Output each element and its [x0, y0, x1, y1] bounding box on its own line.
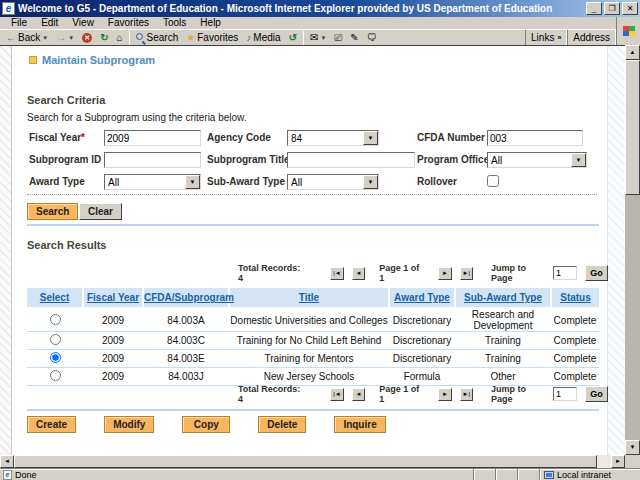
menu-tools[interactable]: Tools: [156, 17, 193, 28]
program-office-dropdown[interactable]: All▼: [487, 152, 587, 168]
scroll-left-icon[interactable]: ◄: [0, 455, 14, 468]
jump-to-page-label: Jump to Page: [491, 384, 547, 404]
row-select-radio[interactable]: [50, 314, 61, 325]
address-bar-collapsed[interactable]: Address: [567, 30, 616, 45]
vertical-scroll-track[interactable]: [625, 195, 640, 440]
delete-button[interactable]: Delete: [258, 416, 306, 433]
mail-dropdown-icon[interactable]: ▼: [320, 35, 326, 41]
ie-logo-icon: e: [2, 2, 15, 15]
menu-file[interactable]: File: [4, 17, 34, 28]
col-title[interactable]: Title: [229, 288, 389, 308]
col-fiscal-year[interactable]: Fiscal Year: [83, 288, 143, 308]
jump-to-page-label: Jump to Page: [491, 263, 547, 283]
search-button[interactable]: Search: [27, 203, 78, 220]
copy-button[interactable]: Copy: [182, 416, 230, 433]
scroll-right-icon[interactable]: ►: [611, 455, 625, 468]
chevron-down-icon[interactable]: ▼: [571, 153, 586, 167]
restore-button[interactable]: ❐: [604, 2, 620, 15]
first-page-button[interactable]: |◄: [330, 388, 343, 401]
last-page-button[interactable]: ►|: [460, 388, 473, 401]
last-page-button[interactable]: ►|: [460, 267, 473, 280]
mail-button[interactable]: ✉▼: [306, 30, 330, 45]
col-select[interactable]: Select: [27, 288, 83, 308]
history-icon: ↺: [289, 32, 297, 43]
back-button[interactable]: ←Back▼: [2, 30, 52, 45]
clear-button[interactable]: Clear: [79, 203, 122, 220]
menu-favorites[interactable]: Favorites: [101, 17, 156, 28]
close-button[interactable]: ✕: [622, 2, 638, 15]
media-icon: ♪: [246, 32, 251, 43]
award-type-dropdown[interactable]: All▼: [104, 174, 201, 190]
subprogram-title-input[interactable]: [287, 152, 415, 168]
subprogram-title-label: Subprogram Title: [207, 154, 290, 165]
modify-button[interactable]: Modify: [104, 416, 154, 433]
refresh-button[interactable]: ↻: [96, 30, 112, 45]
menu-edit[interactable]: Edit: [34, 17, 65, 28]
chevron-down-icon[interactable]: ▼: [363, 131, 378, 145]
jump-to-page-input[interactable]: [553, 266, 577, 280]
sub-award-type-dropdown[interactable]: All▼: [287, 174, 379, 190]
links-bar[interactable]: Links»: [525, 30, 567, 45]
menu-view[interactable]: View: [65, 17, 101, 28]
prev-page-button[interactable]: ◄: [352, 388, 365, 401]
rollover-checkbox[interactable]: [487, 175, 499, 187]
col-award-type[interactable]: Award Type: [389, 288, 455, 308]
forward-dropdown-icon[interactable]: ▼: [68, 35, 74, 41]
go-button[interactable]: Go: [585, 386, 608, 402]
col-sub-award-type[interactable]: Sub-Award Type: [455, 288, 551, 308]
discuss-button[interactable]: 🗨: [363, 30, 381, 45]
favorites-icon: ★: [186, 32, 195, 43]
status-pane: [474, 469, 496, 480]
next-page-button[interactable]: ►: [438, 388, 451, 401]
prev-page-button[interactable]: ◄: [352, 267, 365, 280]
menu-help[interactable]: Help: [193, 17, 228, 28]
agency-code-dropdown[interactable]: 84▼: [287, 130, 379, 146]
vertical-scroll-thumb[interactable]: [625, 60, 640, 195]
minimize-button[interactable]: _: [586, 2, 602, 15]
scroll-up-icon[interactable]: ▲: [625, 45, 640, 60]
history-button[interactable]: ↺: [285, 30, 301, 45]
cell-cfda: 84.003A: [143, 308, 229, 332]
first-page-button[interactable]: |◄: [330, 267, 343, 280]
row-select-radio[interactable]: [50, 370, 61, 381]
scroll-down-icon[interactable]: ▼: [625, 440, 640, 455]
inquire-button[interactable]: Inquire: [334, 416, 385, 433]
jump-to-page-input[interactable]: [553, 387, 577, 401]
browser-window: e Welcome to G5 - Department of Educatio…: [0, 0, 640, 480]
cfda-number-input[interactable]: [487, 130, 583, 146]
favorites-button[interactable]: ★Favorites: [182, 30, 242, 45]
horizontal-scroll-thumb[interactable]: [14, 455, 597, 468]
chevron-down-icon[interactable]: ▼: [185, 175, 200, 189]
chevron-right-icon: »: [557, 34, 561, 41]
create-button[interactable]: Create: [27, 416, 76, 433]
mail-icon: ✉: [310, 32, 318, 43]
next-page-button[interactable]: ►: [438, 267, 451, 280]
back-dropdown-icon[interactable]: ▼: [42, 35, 48, 41]
home-icon: ⌂: [117, 32, 123, 43]
row-select-radio[interactable]: [50, 352, 61, 363]
horizontal-scrollbar[interactable]: ◄ ►: [0, 455, 625, 468]
edit-button[interactable]: ✎: [346, 30, 362, 45]
print-button[interactable]: ⎚: [330, 30, 346, 45]
chevron-down-icon[interactable]: ▼: [363, 175, 378, 189]
go-button[interactable]: Go: [585, 265, 608, 281]
forward-icon: →: [56, 32, 66, 43]
maintain-subprogram-page: Maintain Subprogram Search Criteria Sear…: [13, 46, 607, 455]
print-icon: ⎚: [334, 32, 342, 44]
search-icon: [136, 33, 145, 42]
forward-button[interactable]: →▼: [52, 30, 78, 45]
total-records: Total Records: 4: [238, 384, 304, 404]
search-button-toolbar[interactable]: Search: [132, 30, 183, 45]
fiscal-year-input[interactable]: [104, 130, 201, 146]
media-button[interactable]: ♪Media: [242, 30, 284, 45]
subprogram-id-input[interactable]: [104, 152, 201, 168]
col-cfda[interactable]: CFDA/Subprogram: [143, 288, 229, 308]
cell-award-type: Discretionary: [389, 332, 455, 350]
col-status[interactable]: Status: [551, 288, 599, 308]
cell-title: Training for No Child Left Behind: [229, 332, 389, 350]
vertical-scrollbar[interactable]: ▲ ▼: [625, 45, 640, 455]
home-button[interactable]: ⌂: [113, 30, 127, 45]
left-margin-pattern: [0, 46, 12, 455]
row-select-radio[interactable]: [50, 334, 61, 345]
stop-button[interactable]: ✕: [78, 30, 96, 45]
